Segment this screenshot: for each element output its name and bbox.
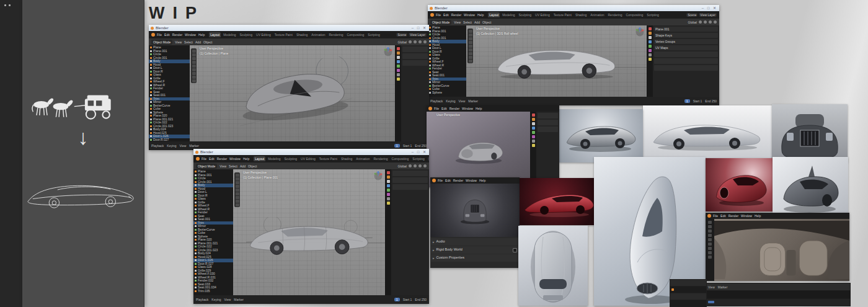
orientation-dropdown[interactable]: Global [398,164,407,168]
properties-tab-icon[interactable] [649,27,652,30]
properties-tab-icon[interactable] [397,78,400,81]
blender-app-icon[interactable] [428,107,432,110]
expand-icon[interactable]: ▸ [433,249,435,252]
properties-tab-icon[interactable] [387,189,390,192]
menu-item-help[interactable]: Help [755,214,761,218]
properties-tab-icon[interactable] [387,180,390,183]
properties-tab-icon[interactable] [532,122,535,125]
tool-icon[interactable] [236,177,239,180]
properties-tab-icon[interactable] [397,56,400,59]
scene-property-row[interactable]: ▸Rigid Body World [431,246,519,254]
tool-icon[interactable] [469,30,472,33]
workspace-tab-sculpting[interactable]: Sculpting [283,156,299,161]
properties-tab-icon[interactable] [397,65,400,68]
properties-tab-icon[interactable] [387,197,390,200]
panel-row[interactable] [706,291,850,298]
tool-icon[interactable] [708,229,712,233]
current-frame[interactable]: 1 [394,298,400,301]
menu-item-render[interactable]: Render [451,13,461,17]
mode-dropdown[interactable]: Object Mode [430,20,451,25]
tool-icon[interactable] [708,256,712,259]
orientation-dropdown[interactable]: Global [688,20,697,24]
window-controls[interactable]: – □ ✕ [412,150,427,154]
menu-item-file[interactable]: File [434,107,439,110]
properties-tab-icon[interactable] [532,131,535,134]
timeline-menu-view[interactable]: View [180,144,187,148]
properties-tab-icon[interactable] [532,140,535,143]
blender-app-icon[interactable] [432,179,436,182]
current-frame[interactable]: 1 [684,99,690,103]
panel-row[interactable] [670,287,706,293]
tool-icon[interactable] [469,33,472,37]
window-controls[interactable]: – □ ✕ [702,6,717,10]
blender-app-icon[interactable] [196,157,200,161]
viewport-3d[interactable]: User Perspective [427,112,530,187]
workspace-tab-texture-paint[interactable]: Texture Paint [318,156,339,161]
workspace-tab-sculpting[interactable]: Sculpting [239,32,254,37]
workspace-tab-uv-editing[interactable]: UV Editing [299,156,317,161]
timeline-menu-marker[interactable]: Marker [189,144,199,148]
tool-icon[interactable] [236,189,239,192]
timeline-menu-marker[interactable]: Marker [234,298,244,301]
properties-tab-icon[interactable] [397,69,400,72]
menu-item-render[interactable]: Render [217,157,227,161]
properties-tab-icon[interactable] [397,47,400,50]
scene-selector[interactable]: Scene [396,33,407,37]
workspace-tab-modeling[interactable]: Modeling [267,156,281,161]
tool-icon[interactable] [236,192,239,195]
outliner-row[interactable]: Sphere [428,91,466,95]
shading-mode-icon[interactable] [709,20,712,24]
menu-item-window[interactable]: Window [741,214,752,218]
scene-selector[interactable]: View Layer [409,33,427,37]
menu-item-edit[interactable]: Edit [164,33,170,37]
window-titlebar[interactable]: Blender – □ ✕ [149,25,429,31]
workspace-tab-modeling[interactable]: Modeling [501,12,516,17]
scene-selector[interactable]: Scene [428,157,429,161]
viewport-3d[interactable]: User Perspective(1) Collection | Plane [190,45,395,141]
tool-icon[interactable] [192,76,196,79]
navigation-gizmo-icon[interactable] [383,47,393,57]
viewport-menu-view[interactable]: View [454,20,461,24]
menu-item-help[interactable]: Help [243,157,249,161]
shading-mode-icon[interactable] [714,20,717,24]
viewport-menu-select[interactable]: Select [184,40,193,44]
workspace-tab-layout[interactable]: Layout [254,156,265,161]
workspace-tab-compositing[interactable]: Compositing [346,32,366,37]
blender-app-icon[interactable] [151,33,155,37]
workspace-tab-compositing[interactable]: Compositing [625,12,645,17]
menu-item-file[interactable]: File [202,157,206,161]
properties-row[interactable]: UV Maps [654,45,718,50]
properties-tab-icon[interactable] [649,58,652,61]
properties-tab-icon[interactable] [387,184,390,187]
outliner-panel[interactable]: PlanePlane.001CircleCircle.001BodyHoodDo… [428,25,466,97]
tool-icon[interactable] [236,196,239,199]
viewport-menu-view[interactable]: View [219,164,226,168]
properties-tab-icon[interactable] [387,176,390,179]
tool-icon[interactable] [236,200,239,203]
workspace-tab-uv-editing[interactable]: UV Editing [534,12,551,17]
scene-property-row[interactable]: ▸Audio [431,238,519,246]
menu-item-render[interactable]: Render [453,179,463,182]
panel-header-row[interactable]: ViewMarker [706,283,850,290]
viewport-menu-view[interactable]: View [175,40,182,44]
properties-tab-icon[interactable] [649,40,652,43]
mode-dropdown[interactable]: Object Mode [151,40,172,45]
workspace-tab-rendering[interactable]: Rendering [606,12,623,17]
properties-tab-icon[interactable] [532,127,535,130]
window-controls[interactable]: – □ ✕ [412,26,427,30]
panel-row[interactable] [670,293,706,300]
tool-icon[interactable] [469,48,472,51]
orientation-dropdown[interactable]: Global [398,40,407,44]
workspace-tab-layout[interactable]: Layout [209,32,221,37]
properties-tab-icon[interactable] [397,60,400,63]
workspace-tab-texture-paint[interactable]: Texture Paint [273,32,294,37]
shading-mode-icon[interactable] [418,40,422,43]
properties-tab-icon[interactable] [649,45,652,48]
tool-icon[interactable] [192,50,196,53]
panel-row[interactable] [670,300,706,306]
mode-dropdown[interactable]: Object Mode [196,164,217,169]
menu-item-window[interactable]: Window [466,179,477,182]
blender-app-icon[interactable] [707,214,711,218]
workspace-tab-animation[interactable]: Animation [589,12,605,17]
menu-item-edit[interactable]: Edit [443,13,449,17]
